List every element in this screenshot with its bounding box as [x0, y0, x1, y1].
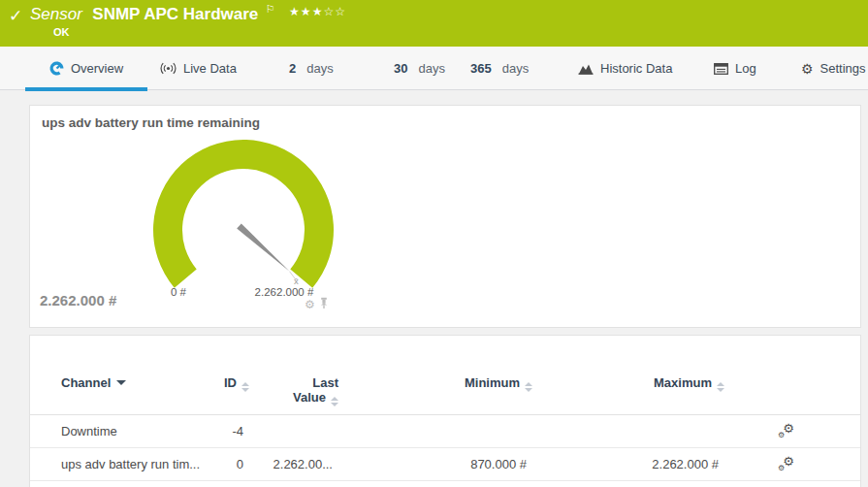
- cell-id: -4: [205, 415, 251, 448]
- cell-maximum: 2.262.000 #: [534, 448, 726, 481]
- tab-2-days[interactable]: 2 days: [289, 47, 334, 90]
- stars-empty[interactable]: ☆☆: [323, 5, 346, 18]
- header-maximum-label: Maximum: [654, 375, 712, 390]
- priority-flag-icon[interactable]: ⚐: [266, 3, 275, 15]
- tab-historic-data-label: Historic Data: [600, 61, 672, 76]
- header-id-label: ID: [224, 375, 237, 390]
- tab-log[interactable]: Log: [714, 47, 756, 90]
- sort-icon: [241, 382, 249, 392]
- tab-2-days-number: 2: [289, 61, 296, 76]
- log-list-icon: [714, 63, 728, 75]
- header-actions: [726, 361, 860, 415]
- channel-settings-icon[interactable]: [778, 423, 794, 438]
- channel-table: Channel ID Last Value Minimum Maximum Do…: [30, 361, 860, 481]
- area-chart-icon: [578, 62, 594, 75]
- tab-live-data[interactable]: Live Data: [160, 47, 237, 90]
- sort-icon: [331, 397, 338, 406]
- channel-table-header-row: Channel ID Last Value Minimum Maximum: [30, 361, 860, 415]
- sort-icon: [525, 382, 532, 392]
- sensor-name: SNMP APC Hardware: [92, 5, 258, 23]
- cell-maximum: [534, 415, 726, 448]
- header-minimum[interactable]: Minimum: [340, 361, 534, 415]
- header-minimum-label: Minimum: [465, 375, 520, 390]
- tab-30-days-word: days: [418, 61, 444, 76]
- tab-settings[interactable]: ⚙ Settings: [801, 47, 866, 90]
- header-channel-label: Channel: [61, 375, 111, 390]
- gauge-settings-icon[interactable]: ⚙: [305, 299, 315, 310]
- tab-30-days[interactable]: 30 days: [394, 47, 445, 90]
- tab-overview[interactable]: Overview: [25, 47, 147, 90]
- priority-stars[interactable]: ★★★☆☆: [289, 5, 346, 18]
- gauge-icon: [49, 61, 64, 76]
- sensor-status-text: OK: [53, 26, 70, 38]
- tab-overview-label: Overview: [71, 61, 123, 76]
- cell-last-value: 2.262.00...: [251, 448, 340, 481]
- gauge-panel: ups adv battery run time remaining x̄ 0 …: [29, 105, 861, 328]
- header-id[interactable]: ID: [205, 361, 251, 415]
- header-last-value[interactable]: Last Value: [251, 361, 340, 415]
- stars-filled[interactable]: ★★★: [289, 5, 323, 18]
- tab-historic-data[interactable]: Historic Data: [578, 47, 672, 90]
- cell-channel[interactable]: Downtime: [30, 415, 205, 448]
- tab-live-data-label: Live Data: [183, 61, 237, 76]
- gauge-mean-marker: x̄: [294, 276, 299, 286]
- tab-365-days[interactable]: 365 days: [470, 47, 529, 90]
- table-row-downtime: Downtime -4: [30, 415, 860, 448]
- gear-icon: ⚙: [801, 62, 814, 76]
- gauge-toolbar: ⚙: [305, 296, 329, 313]
- channel-settings-icon[interactable]: [778, 456, 794, 471]
- gauge-pin-icon[interactable]: [319, 296, 329, 313]
- sort-descending-icon: [116, 380, 126, 385]
- object-kind-label: Sensor: [30, 5, 82, 23]
- header-maximum[interactable]: Maximum: [534, 361, 726, 415]
- cell-minimum: 870.000 #: [340, 448, 534, 481]
- gauge-needle: [237, 223, 289, 271]
- tab-365-days-number: 365: [470, 61, 492, 76]
- cell-channel[interactable]: ups adv battery run tim...: [30, 448, 205, 481]
- sensor-title-line: Sensor SNMP APC Hardware ⚐ ★★★☆☆: [30, 5, 346, 24]
- ok-check-icon: ✓: [9, 6, 22, 26]
- tab-bar: Overview Live Data 2 days 30 days 365 da…: [0, 47, 868, 90]
- battery-runtime-gauge: x̄ 0 # 2.262.000 #: [125, 127, 360, 321]
- gauge-current-value: 2.262.000 #: [40, 292, 116, 308]
- channel-table-panel: Channel ID Last Value Minimum Maximum Do…: [29, 335, 861, 487]
- tab-settings-label: Settings: [820, 61, 866, 76]
- cell-minimum: [340, 415, 534, 448]
- gauge-arc: [153, 140, 334, 288]
- tab-365-days-word: days: [502, 61, 529, 76]
- tab-2-days-word: days: [306, 61, 333, 76]
- gauge-scale-min: 0 #: [171, 286, 187, 298]
- live-data-icon: [160, 62, 177, 75]
- cell-id: 0: [205, 448, 251, 481]
- sensor-status-bar: ✓ Sensor SNMP APC Hardware ⚐ ★★★☆☆ OK: [0, 0, 868, 47]
- header-channel[interactable]: Channel: [30, 361, 205, 415]
- cell-last-value: [251, 415, 340, 448]
- table-row-battery-runtime: ups adv battery run tim... 0 2.262.00...…: [30, 448, 860, 481]
- sort-icon: [717, 382, 724, 392]
- tab-log-label: Log: [735, 61, 756, 76]
- tab-30-days-number: 30: [394, 61, 407, 76]
